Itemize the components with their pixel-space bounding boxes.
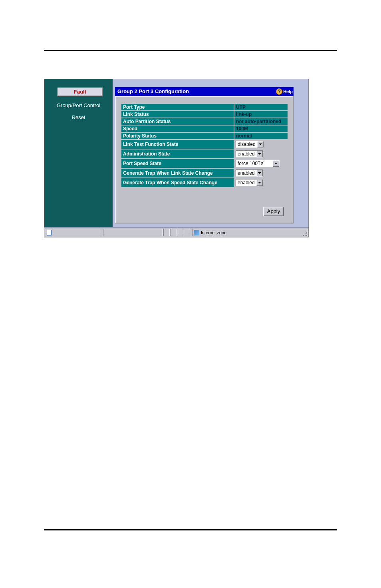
select-trap-link-change[interactable]: enabled <box>236 169 263 177</box>
row-link-test-state: Link Test Function State disabled <box>121 140 288 149</box>
value-link-status: link-up <box>234 111 288 118</box>
label-polarity: Polarity Status <box>121 132 234 140</box>
content-area: Group 2 Port 3 Configuration ? Help Port… <box>113 79 309 227</box>
row-trap-link-change: Generate Trap When Link State Change ena… <box>121 168 288 178</box>
label-port-type: Port Type <box>121 104 234 111</box>
select-link-test-state[interactable]: disabled <box>236 141 264 148</box>
status-cell-small-4 <box>185 229 191 236</box>
label-admin-state: Administration State <box>121 149 234 159</box>
title-bar: Group 2 Port 3 Configuration ? Help <box>115 87 294 96</box>
row-polarity: Polarity Status normal <box>121 132 288 140</box>
value-auto-partition: not auto-partitioned <box>234 118 288 125</box>
status-bar: Internet zone <box>44 227 308 237</box>
internet-zone-text: Internet zone <box>201 230 226 235</box>
sidebar: Fault Group/Port Control Reset <box>44 79 113 227</box>
status-cell-small-2 <box>171 229 177 236</box>
status-cell-zone: Internet zone <box>192 229 308 236</box>
chevron-down-icon <box>273 160 279 167</box>
label-speed: Speed <box>121 125 234 132</box>
status-cell-small-1 <box>163 229 170 236</box>
row-speed: Speed 100M <box>121 125 288 132</box>
internet-zone-icon <box>194 230 199 235</box>
document-icon <box>46 230 52 235</box>
row-port-type: Port Type UTP <box>121 104 288 111</box>
value-speed: 100M <box>234 125 288 132</box>
svg-marker-3 <box>258 172 261 174</box>
config-panel: Port Type UTP Link Status link-up Auto P… <box>115 96 294 223</box>
row-port-speed-state: Port Speed State force 100TX <box>121 159 288 168</box>
row-trap-speed-change: Generate Trap When Speed State Change en… <box>121 178 288 187</box>
sidebar-item-reset[interactable]: Reset <box>44 114 113 120</box>
row-auto-partition: Auto Partition Status not auto-partition… <box>121 118 288 125</box>
chevron-down-icon <box>256 179 263 186</box>
resize-grip-icon[interactable] <box>302 231 308 236</box>
row-admin-state: Administration State enabled <box>121 149 288 159</box>
chevron-down-icon <box>257 141 264 147</box>
horizontal-rule-top <box>44 50 337 51</box>
svg-marker-0 <box>259 144 262 145</box>
row-link-status: Link Status link-up <box>121 111 288 118</box>
svg-marker-4 <box>258 182 261 183</box>
help-label: Help <box>283 87 293 96</box>
svg-marker-2 <box>274 163 278 164</box>
status-cell-blank <box>103 229 163 236</box>
horizontal-rule-bottom <box>44 529 337 530</box>
value-polarity: normal <box>234 132 288 140</box>
select-admin-state[interactable]: enabled <box>236 150 263 157</box>
help-button[interactable]: ? Help <box>276 88 293 96</box>
label-auto-partition: Auto Partition Status <box>121 118 234 125</box>
fault-button[interactable]: Fault <box>58 88 103 96</box>
value-port-type: UTP <box>234 104 288 111</box>
select-trap-speed-change[interactable]: enabled <box>236 179 263 186</box>
apply-button[interactable]: Apply <box>263 207 284 216</box>
label-link-status: Link Status <box>121 111 234 118</box>
help-icon: ? <box>276 88 282 95</box>
chevron-down-icon <box>256 151 263 157</box>
chevron-down-icon <box>256 170 263 176</box>
app-window: Fault Group/Port Control Reset Group 2 P… <box>44 79 309 237</box>
label-link-test-state: Link Test Function State <box>121 140 234 149</box>
label-trap-speed-change: Generate Trap When Speed State Change <box>121 178 234 187</box>
label-trap-link-change: Generate Trap When Link State Change <box>121 168 234 178</box>
sidebar-item-group-port-control[interactable]: Group/Port Control <box>44 102 113 108</box>
svg-marker-1 <box>258 153 261 155</box>
label-port-speed-state: Port Speed State <box>121 159 234 168</box>
title-text: Group 2 Port 3 Configuration <box>117 88 189 94</box>
config-table: Port Type UTP Link Status link-up Auto P… <box>121 103 288 188</box>
status-cell-small-3 <box>178 229 184 236</box>
select-port-speed-state[interactable]: force 100TX <box>236 160 280 167</box>
status-cell-left <box>45 229 102 236</box>
